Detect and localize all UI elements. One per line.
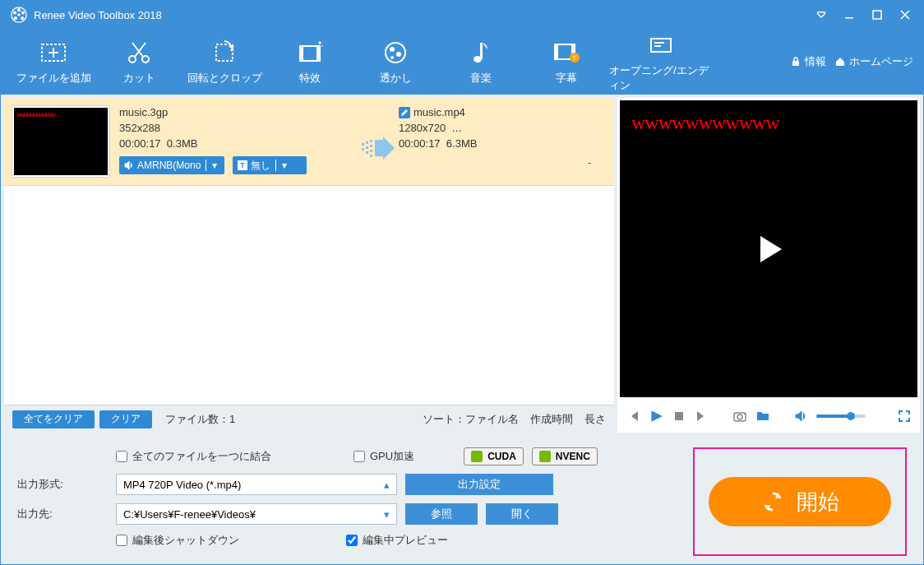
add-file-button[interactable]: ファイルを追加 [11, 38, 96, 86]
preview-checkbox[interactable]: 編集中プレビュー [346, 533, 448, 548]
next-button[interactable] [695, 409, 709, 424]
snapshot-button[interactable] [732, 409, 747, 424]
open-button[interactable]: 開く [486, 503, 558, 525]
svg-rect-40 [370, 155, 372, 157]
main-area: wwwwwwwwwwww music.3gp 352x288 00:00:17 … [1, 95, 923, 436]
clear-button[interactable]: クリア [99, 410, 152, 428]
maximize-icon[interactable] [869, 7, 885, 23]
svg-rect-30 [654, 45, 661, 47]
svg-point-18 [390, 47, 395, 52]
output-format-dropdown[interactable]: MP4 720P Video (*.mp4)▴ [116, 474, 397, 495]
svg-rect-34 [366, 141, 368, 144]
svg-rect-36 [366, 151, 368, 154]
browse-button[interactable]: 参照 [405, 503, 478, 525]
audio-dropdown[interactable]: AMRNB(Mono ▾ [119, 156, 224, 174]
svg-rect-32 [362, 143, 364, 146]
app-title: Renee Video Toolbox 2018 [34, 9, 813, 21]
caret-down-icon: ▾ [384, 508, 390, 521]
src-size: 0.3MB [167, 137, 198, 150]
subtitle-dropdown[interactable]: T無し ▾ [233, 156, 307, 174]
folder-button[interactable] [755, 409, 770, 424]
add-file-label: ファイルを追加 [16, 71, 91, 86]
close-icon[interactable] [897, 7, 913, 23]
list-footer: 全てをクリア クリア ファイル数：1 ソート：ファイル名 作成時間 長さ [4, 405, 614, 433]
src-resolution: 352x288 [119, 122, 358, 134]
svg-rect-9 [873, 11, 881, 19]
file-count: ファイル数：1 [165, 412, 235, 427]
dst-filename: music.mp4 [413, 106, 465, 118]
file-list: wwwwwwwwwwww music.3gp 352x288 00:00:17 … [4, 98, 614, 405]
preview-watermark: wwwwwwwwwww [631, 112, 779, 134]
homepage-link[interactable]: ホームページ [834, 54, 913, 69]
watermark-label: 透かし [380, 71, 412, 86]
effects-button[interactable]: 特效 [267, 38, 353, 86]
svg-rect-8 [845, 17, 853, 19]
volume-slider[interactable] [816, 414, 866, 418]
start-button[interactable]: 開始 [709, 477, 891, 526]
cut-button[interactable]: カット [96, 38, 182, 86]
play-button[interactable] [649, 409, 663, 424]
music-button[interactable]: 音楽 [438, 38, 524, 86]
subtitle-button[interactable]: T 字幕 [524, 38, 609, 86]
gpu-checkbox[interactable]: GPU加速 [353, 449, 414, 464]
sort-length[interactable]: 長さ [584, 412, 606, 427]
rotate-crop-label: 回転とクロップ [187, 71, 262, 86]
volume-icon[interactable] [793, 409, 808, 424]
preview-area: wwwwwwwwwww [617, 98, 920, 400]
svg-rect-24 [555, 44, 558, 59]
output-format-label: 出力形式: [17, 477, 108, 492]
svg-rect-16 [316, 46, 320, 61]
watermark-button[interactable]: 透かし [353, 38, 438, 86]
prev-button[interactable] [626, 409, 640, 424]
svg-rect-41 [675, 412, 683, 420]
clear-all-button[interactable]: 全てをクリア [12, 410, 95, 428]
svg-rect-31 [792, 61, 799, 66]
speaker-icon [124, 160, 134, 170]
info-link[interactable]: 情報 [790, 54, 826, 69]
bottom-panel: 全てのファイルを一つに結合 GPU加速 CUDA NVENC 出力形式: MP4… [1, 436, 923, 564]
home-icon [834, 56, 846, 67]
svg-rect-15 [300, 46, 303, 61]
dropdown-icon[interactable] [813, 7, 829, 23]
stop-button[interactable] [672, 409, 686, 424]
svg-point-19 [396, 52, 401, 57]
app-window: Renee Video Toolbox 2018 ファイルを追加 カット 回転と… [0, 0, 924, 565]
edit-icon[interactable] [399, 107, 410, 118]
svg-rect-38 [370, 145, 372, 147]
file-row[interactable]: wwwwwwwwwwww music.3gp 352x288 00:00:17 … [4, 98, 614, 186]
svg-rect-37 [370, 140, 372, 142]
svg-point-20 [390, 56, 394, 59]
svg-rect-39 [370, 150, 372, 152]
output-dir-dropdown[interactable]: C:¥Users¥F-renee¥Videos¥▾ [116, 503, 397, 525]
sort-name[interactable]: ファイル名 [465, 413, 519, 425]
app-logo-icon [11, 7, 27, 23]
svg-point-5 [14, 16, 17, 20]
merge-checkbox[interactable]: 全てのファイルを一つに結合 [116, 449, 271, 464]
titlebar: Renee Video Toolbox 2018 [1, 1, 923, 29]
subtitle-label: 字幕 [556, 71, 577, 86]
svg-point-17 [386, 43, 405, 63]
fullscreen-button[interactable] [897, 409, 912, 424]
file-thumbnail: wwwwwwwwwwww [12, 106, 109, 177]
opening-button[interactable]: オープニング/エンディン [609, 30, 713, 93]
rotate-crop-button[interactable]: 回転とクロップ [182, 38, 267, 86]
nvidia-icon [539, 451, 551, 462]
preview-panel: wwwwwwwwwww [617, 98, 920, 433]
svg-point-11 [129, 56, 136, 63]
minimize-icon[interactable] [841, 7, 857, 23]
dst-resolution: 1280x720 [399, 122, 446, 134]
opening-label: オープニング/エンディン [609, 63, 713, 93]
text-icon: T [238, 160, 247, 170]
refresh-icon [760, 489, 785, 514]
output-settings-button[interactable]: 出力設定 [405, 474, 553, 495]
effects-label: 特效 [299, 71, 321, 86]
svg-rect-29 [654, 42, 664, 44]
dst-size: 6.3MB [446, 137, 478, 150]
shutdown-checkbox[interactable]: 編集後シャットダウン [116, 533, 239, 548]
file-list-panel: wwwwwwwwwwww music.3gp 352x288 00:00:17 … [4, 98, 614, 433]
play-overlay-icon[interactable] [749, 229, 788, 269]
music-label: 音楽 [470, 71, 492, 86]
sort-created[interactable]: 作成時間 [530, 412, 573, 427]
svg-point-1 [17, 13, 20, 16]
svg-point-3 [21, 11, 25, 14]
